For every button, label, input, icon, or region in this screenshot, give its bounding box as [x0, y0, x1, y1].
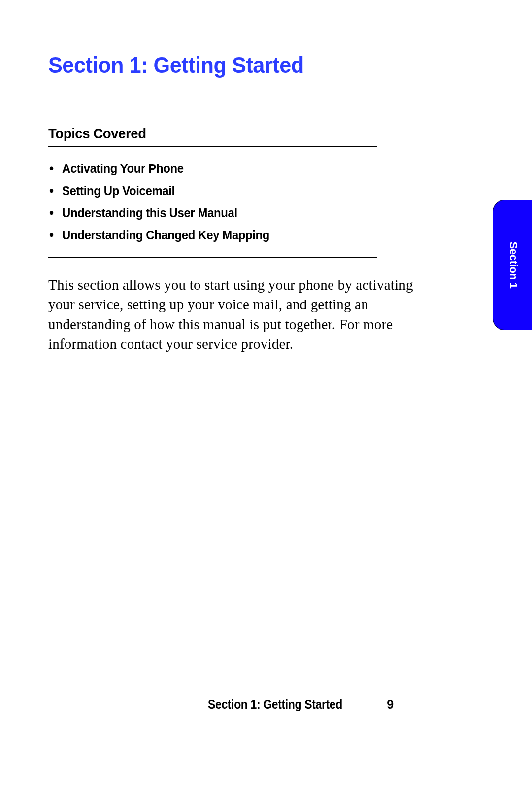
- side-tab-label: Section 1: [507, 241, 520, 288]
- page-footer: Section 1: Getting Started 9: [0, 698, 532, 712]
- footer-inner: Section 1: Getting Started 9: [208, 698, 394, 712]
- horizontal-rule-top: [48, 146, 377, 147]
- list-item-label: Understanding Changed Key Mapping: [62, 228, 269, 243]
- horizontal-rule-bottom: [48, 257, 377, 258]
- section-title: Section 1: Getting Started: [48, 52, 304, 78]
- footer-page-number: 9: [387, 698, 394, 712]
- list-item: Understanding Changed Key Mapping: [48, 224, 377, 246]
- list-item: Setting Up Voicemail: [48, 180, 377, 202]
- list-item: Activating Your Phone: [48, 158, 377, 180]
- list-item-label: Activating Your Phone: [62, 161, 184, 176]
- list-item: Understanding this User Manual: [48, 202, 377, 224]
- section-intro-paragraph: This section allows you to start using y…: [48, 275, 421, 354]
- footer-section-title: Section 1: Getting Started: [208, 698, 342, 712]
- manual-page: Section 1: Getting Started Topics Covere…: [0, 0, 532, 799]
- list-item-label: Setting Up Voicemail: [62, 183, 175, 199]
- topics-covered-heading: Topics Covered: [48, 125, 146, 142]
- section-side-tab: Section 1: [493, 200, 532, 330]
- list-item-label: Understanding this User Manual: [62, 205, 237, 221]
- topics-list: Activating Your Phone Setting Up Voicema…: [48, 158, 377, 246]
